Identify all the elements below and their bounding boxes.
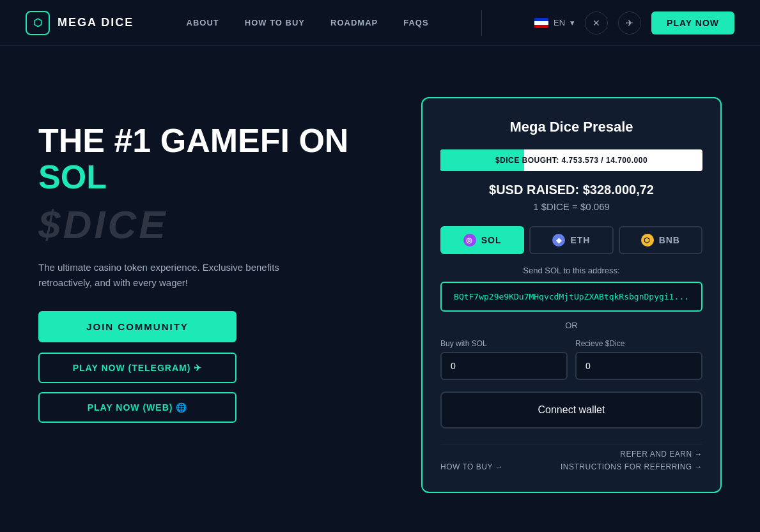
hero-title-highlight: SOL [38,158,107,195]
play-now-nav-button[interactable]: PLAY NOW [651,11,734,34]
navbar: ⬡ MEGA DICE ABOUT HOW TO BUY ROADMAP FAQ… [0,0,760,46]
how-to-buy-link[interactable]: HOW TO BUY → [440,462,503,471]
main-content: THE #1 GAMEFI ON SOL $DICE The ultimate … [0,46,760,532]
progress-label: $DICE BOUGHT: 4.753.573 / 14.700.000 [495,156,648,165]
receive-input[interactable] [575,352,702,380]
hero-section: THE #1 GAMEFI ON SOL $DICE The ultimate … [38,97,396,432]
nav-links: ABOUT HOW TO BUY ROADMAP FAQS [187,18,429,27]
input-row: Buy with SOL Recieve $Dice [440,339,702,380]
send-label: Send SOL to this address: [440,266,702,275]
receive-label: Recieve $Dice [575,339,702,348]
footer-right-links: REFER AND EARN → INSTRUCTIONS FOR REFERR… [561,450,702,471]
join-community-button[interactable]: JOIN COMMUNITY [38,311,237,342]
currency-tabs: ◎ SOL ◆ ETH ⬡ BNB [440,226,702,254]
sol-tab[interactable]: ◎ SOL [440,226,524,254]
hero-description: The ultimate casino token experience. Ex… [38,260,332,291]
connect-wallet-button[interactable]: Connect wallet [440,391,702,429]
globe-icon: 🌐 [176,402,187,413]
logo-text: MEGA DICE [58,16,134,29]
play-web-button[interactable]: PLAY NOW (WEB) 🌐 [38,392,237,423]
navbar-divider [481,10,482,36]
telegram-icon-btn: ✈ [194,363,202,373]
refer-and-earn-link[interactable]: REFER AND EARN → [620,450,702,459]
play-telegram-label: PLAY NOW (TELEGRAM) [73,363,191,373]
bnb-label: BNB [659,235,680,245]
chevron-down-icon: ▾ [570,18,575,27]
sol-label: SOL [481,235,502,245]
wallet-address[interactable]: BQtF7wp29e9KDu7MHqvcdMjtUpZXABtqkRsbgnDp… [440,282,702,312]
navbar-right: EN ▾ ✕ ✈ PLAY NOW [534,11,734,34]
buy-with-input[interactable] [440,352,568,380]
presale-card: Mega Dice Presale $DICE BOUGHT: 4.753.57… [421,97,722,493]
or-divider: OR [440,321,702,330]
telegram-button[interactable]: ✈ [618,11,641,34]
nav-how-to-buy[interactable]: HOW TO BUY [245,18,305,27]
hero-ticker: $DICE [38,202,396,247]
eth-icon: ◆ [552,234,565,247]
eth-tab[interactable]: ◆ ETH [529,226,613,254]
flag-uk [534,18,548,28]
play-telegram-button[interactable]: PLAY NOW (TELEGRAM) ✈ [38,353,237,383]
language-label: EN [554,18,565,27]
sol-icon: ◎ [463,234,476,247]
language-selector[interactable]: EN ▾ [534,18,575,28]
buy-with-label: Buy with SOL [440,339,568,348]
progress-bar-container: $DICE BOUGHT: 4.753.573 / 14.700.000 [440,149,702,171]
twitter-icon: ✕ [593,18,600,28]
logo-icon: ⬡ [26,11,50,35]
token-price: 1 $DICE = $0.069 [440,201,702,212]
eth-label: ETH [570,235,590,245]
raised-amount: $USD RAISED: $328.000,72 [440,183,702,197]
logo-area: ⬡ MEGA DICE [26,11,134,35]
play-web-label: PLAY NOW (WEB) [88,402,173,413]
presale-title: Mega Dice Presale [440,119,702,135]
nav-faqs[interactable]: FAQS [403,18,428,27]
nav-roadmap[interactable]: ROADMAP [330,18,378,27]
bnb-icon: ⬡ [641,234,654,247]
buy-with-group: Buy with SOL [440,339,568,380]
instructions-link[interactable]: INSTRUCTIONS FOR REFERRING → [561,462,702,471]
telegram-icon: ✈ [626,18,633,28]
nav-about[interactable]: ABOUT [187,18,219,27]
receive-group: Recieve $Dice [575,339,702,380]
card-footer: HOW TO BUY → REFER AND EARN → INSTRUCTIO… [440,444,702,471]
hero-title: THE #1 GAMEFI ON SOL [38,123,396,195]
twitter-button[interactable]: ✕ [585,11,608,34]
bnb-tab[interactable]: ⬡ BNB [619,226,702,254]
